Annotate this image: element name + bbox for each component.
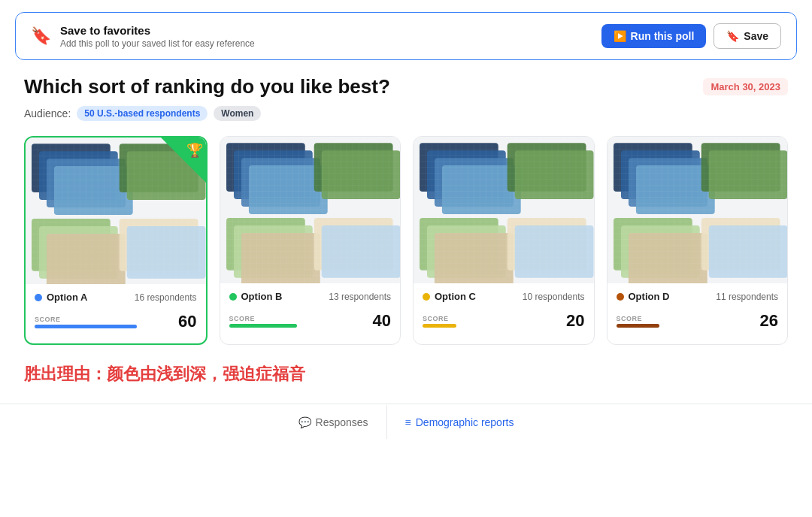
score-row: SCORE40 bbox=[229, 308, 392, 338]
audience-tag-women[interactable]: Women bbox=[214, 106, 261, 121]
respondents-count: 13 respondents bbox=[329, 292, 391, 302]
card-info-d: Option D11 respondentsSCORE26 bbox=[607, 283, 788, 343]
score-bar-wrap: SCORE bbox=[617, 315, 753, 328]
banner-subtitle: Add this poll to your saved list for eas… bbox=[60, 38, 255, 49]
banner-actions: ▶️ Run this poll 🔖 Save bbox=[601, 23, 781, 49]
score-bar-wrap: SCORE bbox=[35, 316, 171, 328]
save-button[interactable]: 🔖 Save bbox=[714, 23, 781, 49]
option-label-d: Option D bbox=[617, 291, 670, 302]
poll-header: Which sort of ranking do you like best? … bbox=[24, 75, 788, 98]
option-dot bbox=[229, 293, 237, 301]
score-number: 26 bbox=[760, 311, 778, 331]
svg-rect-61 bbox=[435, 233, 514, 283]
option-card-d: Option D11 respondentsSCORE26 bbox=[607, 136, 789, 345]
svg-rect-43 bbox=[321, 225, 400, 278]
demographic-icon: ≡ bbox=[405, 416, 411, 428]
option-label-a: Option A bbox=[35, 292, 87, 303]
card-info-b: Option B13 respondentsSCORE40 bbox=[220, 283, 401, 343]
demographic-label: Demographic reports bbox=[416, 416, 514, 428]
option-dot bbox=[617, 293, 624, 301]
audience-row: Audience: 50 U.S.-based respondents Wome… bbox=[24, 106, 788, 121]
score-number: 20 bbox=[566, 311, 584, 331]
svg-rect-55 bbox=[515, 150, 594, 199]
card-image-b bbox=[220, 137, 401, 283]
poll-date: March 30, 2023 bbox=[703, 78, 788, 95]
respondents-count: 10 respondents bbox=[523, 292, 585, 302]
option-label-c: Option C bbox=[423, 291, 476, 302]
score-number: 40 bbox=[373, 311, 391, 331]
score-bar-wrap: SCORE bbox=[229, 315, 365, 328]
score-bar bbox=[617, 324, 660, 328]
card-info-c: Option C10 respondentsSCORE20 bbox=[414, 283, 594, 343]
svg-rect-65 bbox=[515, 225, 594, 278]
save-label: Save bbox=[744, 30, 768, 42]
run-icon: ▶️ bbox=[614, 30, 626, 42]
score-label: SCORE bbox=[423, 315, 559, 322]
score-bar bbox=[229, 324, 298, 328]
score-bar bbox=[35, 325, 137, 328]
save-icon: 🔖 bbox=[726, 30, 739, 42]
trophy-icon: 🏆 bbox=[186, 142, 203, 159]
bottom-tabs: 💬 Responses ≡ Demographic reports bbox=[0, 404, 812, 439]
svg-rect-87 bbox=[708, 225, 787, 278]
option-label-row: Option C10 respondents bbox=[423, 291, 585, 302]
bookmark-icon: 🔖 bbox=[31, 26, 51, 46]
svg-rect-77 bbox=[708, 150, 787, 199]
option-dot bbox=[423, 293, 430, 301]
svg-rect-21 bbox=[127, 226, 206, 279]
option-label-b: Option B bbox=[229, 291, 283, 302]
option-dot bbox=[35, 294, 42, 301]
option-label-row: Option D11 respondents bbox=[617, 291, 779, 302]
run-poll-button[interactable]: ▶️ Run this poll bbox=[601, 24, 707, 48]
svg-rect-33 bbox=[321, 150, 400, 199]
score-row: SCORE26 bbox=[617, 308, 779, 338]
score-bar-wrap: SCORE bbox=[423, 315, 559, 328]
card-image-d bbox=[607, 137, 788, 283]
poll-title: Which sort of ranking do you like best? bbox=[24, 75, 390, 98]
banner-title: Save to favorites bbox=[60, 24, 255, 37]
main-content: Which sort of ranking do you like best? … bbox=[0, 75, 812, 385]
option-card-b: Option B13 respondentsSCORE40 bbox=[220, 136, 401, 345]
card-image-c bbox=[414, 137, 594, 283]
option-label-row: Option A16 respondents bbox=[35, 292, 197, 303]
run-label: Run this poll bbox=[631, 30, 695, 42]
audience-tag-us[interactable]: 50 U.S.-based respondents bbox=[77, 106, 208, 121]
svg-rect-39 bbox=[241, 233, 320, 283]
option-card-a: 🏆Option A16 respondentsSCORE60 bbox=[24, 136, 208, 345]
banner-left: 🔖 Save to favorites Add this poll to you… bbox=[31, 24, 255, 49]
tab-demographic[interactable]: ≡ Demographic reports bbox=[387, 404, 532, 439]
audience-label: Audience: bbox=[24, 107, 71, 119]
respondents-count: 16 respondents bbox=[135, 292, 197, 303]
score-row: SCORE20 bbox=[423, 308, 585, 338]
score-number: 60 bbox=[178, 312, 196, 331]
responses-icon: 💬 bbox=[298, 416, 311, 428]
score-label: SCORE bbox=[35, 316, 171, 323]
responses-label: Responses bbox=[316, 416, 368, 428]
score-row: SCORE60 bbox=[35, 309, 197, 339]
score-label: SCORE bbox=[229, 315, 365, 322]
option-card-c: Option C10 respondentsSCORE20 bbox=[413, 136, 595, 345]
banner-text: Save to favorites Add this poll to your … bbox=[60, 24, 255, 49]
score-label: SCORE bbox=[617, 315, 753, 322]
score-bar bbox=[423, 324, 456, 328]
svg-rect-83 bbox=[628, 233, 707, 283]
tab-responses[interactable]: 💬 Responses bbox=[280, 404, 387, 439]
winner-reason: 胜出理由：颜色由浅到深，强迫症福音 bbox=[24, 363, 788, 385]
option-label-row: Option B13 respondents bbox=[229, 291, 392, 302]
respondents-count: 11 respondents bbox=[716, 292, 778, 302]
options-cards: 🏆Option A16 respondentsSCORE60Option B13… bbox=[24, 136, 788, 345]
card-info-a: Option A16 respondentsSCORE60 bbox=[26, 284, 206, 343]
svg-rect-17 bbox=[47, 234, 126, 284]
save-banner: 🔖 Save to favorites Add this poll to you… bbox=[15, 12, 797, 60]
